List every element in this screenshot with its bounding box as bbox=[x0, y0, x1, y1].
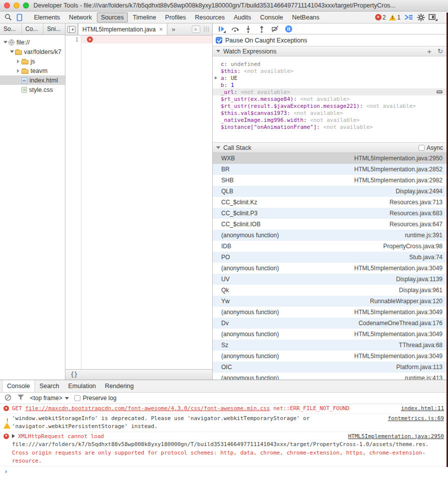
panel-tab-network[interactable]: Network bbox=[65, 12, 96, 22]
frame-location[interactable]: Resources.java:713 bbox=[390, 199, 443, 206]
panel-tab-profiles[interactable]: Profiles bbox=[161, 12, 190, 22]
source-location-link[interactable]: fontmetrics.js:69 bbox=[388, 415, 444, 423]
navigator-tab[interactable]: Co... bbox=[22, 23, 44, 34]
frame-location[interactable]: HTML5Implementation.java:3049 bbox=[354, 309, 443, 316]
frame-selector[interactable]: <top frame> bbox=[30, 395, 69, 402]
watch-expression-row[interactable]: _nativeImage.img996.width: <not availabl… bbox=[213, 116, 447, 123]
frame-location[interactable]: Platform.java:113 bbox=[397, 364, 443, 371]
deactivate-breakpoints-icon[interactable] bbox=[271, 25, 280, 33]
call-stack-frame[interactable]: (anonymous function) HTML5Implementation… bbox=[213, 329, 447, 340]
preserve-log-checkbox[interactable] bbox=[74, 395, 80, 401]
call-stack-frame[interactable]: (anonymous function) runtime.js:413 bbox=[213, 373, 447, 380]
close-tab-icon[interactable]: × bbox=[159, 26, 163, 32]
call-stack-frame[interactable]: WXB HTML5Implementation.java:2950 bbox=[213, 153, 447, 164]
search-icon[interactable] bbox=[4, 13, 12, 21]
call-stack-frame[interactable]: CC_$clinit.P3 Resources.java:683 bbox=[213, 208, 447, 219]
file-tree-item-index-html[interactable]: index.html bbox=[0, 75, 65, 85]
drawer-tab-search[interactable]: Search bbox=[35, 380, 64, 392]
frame-location[interactable]: HTML5Implementation.java:3049 bbox=[354, 331, 443, 338]
clear-console-icon[interactable] bbox=[4, 394, 11, 403]
call-stack-frame[interactable]: CC_$clinit.Kz Resources.java:713 bbox=[213, 197, 447, 208]
frame-location[interactable]: RunnableWrapper.java:120 bbox=[370, 298, 443, 305]
call-stack-frame[interactable]: IDB PropertyCross.java:98 bbox=[213, 241, 447, 252]
frame-location[interactable]: TThread.java:68 bbox=[399, 342, 443, 349]
close-window-button[interactable] bbox=[4, 2, 10, 8]
minimize-window-button[interactable] bbox=[13, 2, 19, 8]
step-out-icon[interactable] bbox=[257, 25, 266, 33]
frame-location[interactable]: HTML5Implementation.java:2950 bbox=[354, 155, 443, 162]
drawer-tab-console[interactable]: Console bbox=[2, 380, 35, 392]
step-into-icon[interactable] bbox=[244, 25, 253, 33]
editor-tab-active[interactable]: HTML5Implementation.java × bbox=[78, 23, 167, 35]
call-stack-frame[interactable]: BR HTML5Implementation.java:2852 bbox=[213, 164, 447, 175]
source-location-link[interactable]: HTML5Implementation.java:2950 bbox=[348, 433, 444, 441]
panel-tab-resources[interactable]: Resources bbox=[191, 12, 229, 22]
file-tree-item-teavm[interactable]: teavm bbox=[0, 66, 65, 75]
call-stack-frame[interactable]: (anonymous function) HTML5Implementation… bbox=[213, 351, 447, 362]
call-stack-frame[interactable]: Dv CodenameOneThread.java:176 bbox=[213, 318, 447, 329]
toggle-drawer-icon[interactable] bbox=[404, 14, 414, 20]
remove-watch-icon[interactable] bbox=[437, 90, 443, 93]
line-error-icon[interactable]: × bbox=[87, 36, 93, 42]
toggle-navigator-button[interactable] bbox=[65, 23, 78, 35]
call-stack-frame[interactable]: CC_$clinit.IOB Resources.java:647 bbox=[213, 219, 447, 230]
watch-expression-row[interactable]: $rt_ustr(result.$javaException.message22… bbox=[213, 102, 447, 109]
call-stack-frame[interactable]: Yw RunnableWrapper.java:120 bbox=[213, 296, 447, 307]
dock-side-icon[interactable] bbox=[429, 14, 438, 21]
watch-expression-row[interactable]: $instance["onAnimationFrame"]: <not avai… bbox=[213, 123, 447, 130]
call-stack-frame[interactable]: QLB Display.java:2494 bbox=[213, 186, 447, 197]
source-location-link[interactable]: index.html:11 bbox=[401, 405, 444, 413]
panel-tab-audits[interactable]: Audits bbox=[230, 12, 255, 22]
file-tree-item-var-folders-k7[interactable]: var/folders/k7 bbox=[0, 47, 65, 56]
frame-location[interactable]: CodenameOneThread.java:176 bbox=[359, 320, 443, 327]
filter-icon[interactable] bbox=[17, 394, 24, 402]
refresh-watch-icon[interactable]: ↻ bbox=[438, 48, 443, 54]
console-message[interactable]: fontmetrics.js:69'window.webkitStorageIn… bbox=[0, 414, 448, 432]
frame-location[interactable]: HTML5Implementation.java:2852 bbox=[354, 166, 443, 173]
file-tree-item-style-css[interactable]: style.css bbox=[0, 85, 65, 94]
watch-expression-row[interactable]: c: undefined bbox=[213, 60, 447, 67]
panel-tab-sources[interactable]: Sources bbox=[97, 12, 128, 22]
add-watch-icon[interactable]: + bbox=[427, 47, 432, 55]
frame-location[interactable]: HTML5Implementation.java:2982 bbox=[354, 177, 443, 184]
frame-location[interactable]: Resources.java:647 bbox=[390, 221, 443, 228]
watch-expression-row[interactable]: a: UE bbox=[213, 74, 447, 81]
watch-expression-row[interactable]: _url: <not available> bbox=[213, 88, 447, 95]
pause-on-exceptions-icon[interactable] bbox=[284, 25, 293, 33]
console-message[interactable]: ×HTML5Implementation.java:2950XMLHttpReq… bbox=[0, 432, 448, 467]
code-editor[interactable]: 1 × bbox=[65, 35, 212, 369]
panel-tab-netbeans[interactable]: NetBeans bbox=[288, 12, 324, 22]
more-tabs-button[interactable]: » bbox=[167, 23, 180, 35]
frame-location[interactable]: PropertyCross.java:98 bbox=[383, 243, 443, 250]
navigator-tab[interactable]: Sni... bbox=[43, 23, 65, 34]
call-stack-frame[interactable]: Qk Display.java:961 bbox=[213, 285, 447, 296]
panel-tab-timeline[interactable]: Timeline bbox=[129, 12, 160, 22]
console-prompt[interactable]: › bbox=[0, 467, 448, 475]
call-stack-header[interactable]: Call Stack Async bbox=[213, 142, 447, 153]
watch-expression-row[interactable]: b: 1 bbox=[213, 81, 447, 88]
settings-gear-icon[interactable] bbox=[417, 13, 425, 21]
call-stack-frame[interactable]: (anonymous function) HTML5Implementation… bbox=[213, 263, 447, 274]
panel-tab-elements[interactable]: Elements bbox=[30, 12, 64, 22]
watch-expression-row[interactable]: $rt_ustr(ex.message84): <not available> bbox=[213, 95, 447, 102]
error-count-badge[interactable]: × 2 bbox=[375, 14, 386, 21]
drawer-tab-rendering[interactable]: Rendering bbox=[100, 380, 138, 392]
panel-resizer-icon[interactable] bbox=[204, 26, 209, 32]
run-snippet-icon[interactable] bbox=[192, 25, 200, 33]
frame-location[interactable]: Display.java:1139 bbox=[396, 276, 443, 283]
step-over-icon[interactable] bbox=[230, 25, 239, 33]
expand-message-icon[interactable] bbox=[12, 434, 15, 438]
frame-location[interactable]: HTML5Implementation.java:3049 bbox=[354, 265, 443, 272]
line-number[interactable]: 1 bbox=[75, 36, 78, 43]
watch-expression-row[interactable]: $this.val$canvas1973: <not available> bbox=[213, 109, 447, 116]
call-stack-frame[interactable]: UV Display.java:1139 bbox=[213, 274, 447, 285]
pause-on-caught-checkbox[interactable] bbox=[216, 37, 222, 43]
call-stack-frame[interactable]: SHB HTML5Implementation.java:2982 bbox=[213, 175, 447, 186]
watch-expressions-header[interactable]: Watch Expressions + ↻ bbox=[213, 46, 447, 56]
frame-location[interactable]: runtime.js:413 bbox=[405, 375, 443, 380]
line-number-gutter[interactable]: 1 bbox=[65, 35, 81, 369]
call-stack-frame[interactable]: PO Stub.java:74 bbox=[213, 252, 447, 263]
console-message[interactable]: ×index.html:11GET file://maxcdn.bootstra… bbox=[0, 404, 448, 414]
frame-location[interactable]: Stub.java:74 bbox=[409, 254, 443, 261]
call-stack-frame[interactable]: (anonymous function) runtime.js:391 bbox=[213, 230, 447, 241]
